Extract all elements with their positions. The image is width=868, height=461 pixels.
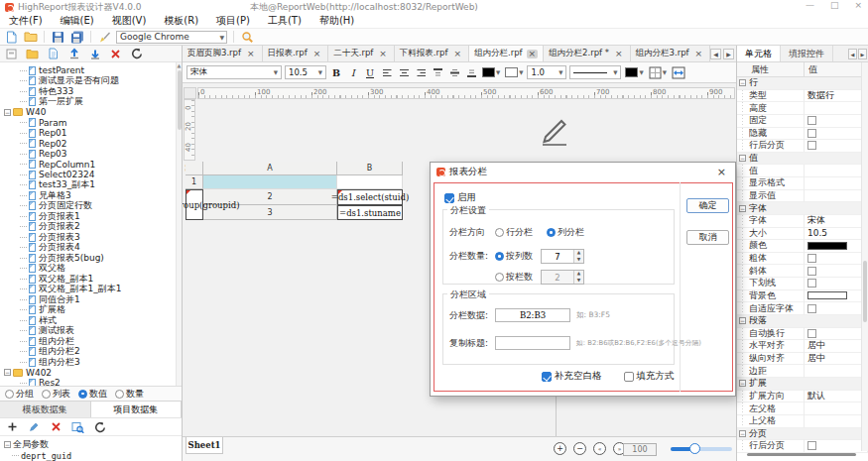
copy-title-input[interactable] (495, 336, 570, 350)
tree-item[interactable]: 测试显示是否有问题 (0, 76, 182, 87)
refresh-dataset-button[interactable] (92, 419, 107, 434)
property-group-row[interactable]: −字体 (737, 202, 868, 215)
radio-button[interactable] (115, 390, 124, 399)
doc-tab[interactable]: 组内分栏3.rpf× (631, 46, 711, 61)
tree-item[interactable]: 特色333 (0, 86, 182, 97)
direction-radio-item[interactable]: 列分栏 (547, 226, 584, 239)
column-header-a[interactable]: A (203, 162, 337, 175)
delete-dataset-button[interactable] (49, 419, 63, 434)
property-value[interactable] (805, 240, 868, 252)
sheet-tab[interactable]: Sheet1 (186, 437, 223, 454)
valign-bottom-button[interactable] (464, 65, 478, 79)
property-row[interactable]: 行后分页 (737, 140, 868, 153)
collapse-icon[interactable]: − (739, 430, 746, 437)
checkbox[interactable] (807, 254, 816, 263)
property-value[interactable] (805, 165, 868, 176)
underline-button[interactable]: U (363, 65, 377, 79)
property-value[interactable] (805, 365, 868, 377)
spinner-buttons[interactable]: ▲▼ (573, 250, 583, 263)
property-row[interactable]: 大小10.5 (737, 228, 868, 241)
tree-item[interactable]: RepColumn1 (0, 160, 182, 171)
menu-item[interactable]: 项目(P) (207, 14, 259, 28)
tree-item[interactable]: 同值合并1 (0, 294, 182, 305)
property-value[interactable] (805, 102, 868, 114)
mode-radio-item[interactable]: 分组 (5, 388, 34, 401)
align-right-button[interactable] (414, 65, 428, 79)
add-dataset-button[interactable] (5, 419, 20, 434)
tree-item[interactable]: test33_副本1 (0, 180, 182, 191)
property-row[interactable]: 显示格式 (737, 177, 868, 190)
property-value[interactable]: 宋体 (805, 215, 868, 227)
dialog-title-bar[interactable]: 报表分栏 × (431, 163, 735, 180)
tree-item[interactable]: 分页报表2 (0, 222, 182, 233)
tree-item[interactable]: 样式 (0, 315, 182, 326)
align-left-button[interactable] (380, 65, 394, 79)
cell-a1[interactable] (203, 175, 337, 189)
collapse-icon[interactable]: − (739, 155, 746, 162)
tab-scroll-left-icon[interactable]: ◀ (710, 49, 721, 59)
collapse-icon[interactable]: − (4, 441, 11, 448)
doc-tab[interactable]: 日报表.rpf× (263, 46, 329, 61)
close-icon[interactable]: × (613, 50, 625, 58)
spinner-buttons[interactable]: ▲▼ (573, 271, 583, 284)
bold-button[interactable]: B (329, 65, 343, 79)
spin-down-icon[interactable]: ▼ (574, 278, 583, 285)
property-row[interactable]: 值 (737, 165, 868, 177)
property-row[interactable]: 固定 (737, 115, 868, 128)
zoom-out-button[interactable]: − (573, 442, 586, 455)
fill-mode-checkbox[interactable] (624, 372, 634, 382)
bar-count-spinner[interactable]: ▲▼ (541, 270, 584, 285)
close-icon[interactable]: × (377, 50, 389, 58)
close-icon[interactable]: × (311, 50, 323, 58)
checkbox[interactable] (807, 304, 816, 313)
sheet-corner-cell[interactable] (186, 162, 203, 175)
property-group-row[interactable]: −分页 (737, 428, 868, 441)
mode-radio-item[interactable]: 数值 (78, 388, 107, 401)
doc-tab[interactable]: 组内分栏2.rpf *× (544, 46, 631, 61)
property-value[interactable] (805, 177, 868, 189)
italic-button[interactable]: I (346, 65, 360, 79)
tree-item[interactable]: 测试报表 (0, 326, 182, 337)
enable-checkbox-row[interactable]: 启用 (444, 191, 476, 204)
checkbox[interactable] (807, 129, 816, 138)
doc-tab[interactable]: 页眉页脚3.rpf× (183, 46, 263, 61)
menu-item[interactable]: 编辑(E) (52, 14, 103, 28)
font-size-select[interactable]: 10.5 ▼ (285, 65, 326, 79)
property-group-row[interactable]: −扩展 (737, 378, 868, 391)
vertical-scrollbar[interactable]: ▲ (176, 62, 182, 386)
tree-item[interactable]: 双父格_副本1_副本1 (0, 285, 182, 295)
tree-item[interactable]: 扩展格 (0, 305, 182, 316)
column-header-b[interactable]: B (337, 162, 403, 175)
checkbox[interactable] (807, 267, 816, 276)
minimize-button[interactable]: — (806, 0, 814, 10)
collapse-icon[interactable]: − (739, 205, 746, 212)
edit-pencil-icon[interactable] (538, 113, 571, 149)
fill-blank-checkbox[interactable] (542, 372, 552, 382)
edit-dataset-button[interactable] (27, 419, 42, 434)
save-button[interactable] (51, 30, 65, 45)
tree-item[interactable]: −W402 (0, 368, 182, 379)
property-value[interactable] (805, 302, 868, 314)
mode-radio-item[interactable]: 数量 (115, 388, 144, 401)
property-value[interactable] (805, 253, 868, 265)
tree-item[interactable]: 第一层扩展 (0, 97, 182, 108)
cell-a2[interactable]: =ds1.group(groupid) (186, 189, 203, 220)
dataset-tree-item[interactable]: deprt_guid (0, 450, 182, 461)
column-count-spinner[interactable]: ▲▼ (541, 249, 584, 264)
close-button[interactable]: × (854, 0, 862, 10)
tree-item[interactable]: 组内分栏3 (0, 357, 182, 368)
format-brush-button[interactable] (97, 30, 112, 45)
tree-item[interactable]: Rep03 (0, 149, 182, 160)
save-all-button[interactable] (69, 30, 84, 45)
checkbox[interactable] (807, 116, 816, 125)
checkbox[interactable] (807, 279, 816, 288)
property-value[interactable]: 数据行 (805, 90, 868, 102)
line-width-select[interactable]: 1.0 ▼ (527, 65, 566, 79)
property-row[interactable]: 自适应字体 (737, 302, 868, 315)
checkbox[interactable] (807, 141, 816, 150)
tab-scroll-right-icon[interactable]: ▶ (723, 49, 734, 59)
by-bar-radio-item[interactable]: 按栏数 (495, 271, 533, 284)
property-value[interactable] (805, 403, 868, 414)
cell-b1[interactable] (337, 175, 403, 189)
radio-button[interactable] (5, 390, 14, 399)
